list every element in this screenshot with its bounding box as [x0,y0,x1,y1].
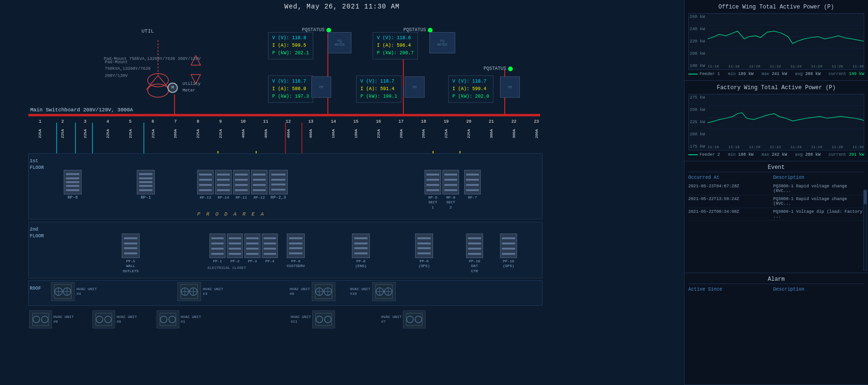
factory-chart-svg [708,94,864,140]
panel-pp1[interactable]: PP-1 [209,234,225,263]
breaker-1: 1 225A [29,119,51,138]
factory-y-labels: 275 kW 250 kW 225 kW 200 kW 175 kW [690,94,705,150]
pq-device-5: DM [500,76,520,98]
feeder-1-label: Feeder 1 [700,72,720,76]
event-row-2[interactable]: 2021-05-22T13:58:24Z PQ3000-1 Rapid volt… [688,195,864,208]
panel-pp3[interactable]: PP-3 [244,234,260,263]
panel-pp4-label: PP-4 [265,259,274,263]
prod-area-label: P R O D A R E A [197,211,265,217]
hvac-unit-3: HVAC UNIT#3 [177,282,223,301]
hvac-unit-6: HVAC UNIT#6 [290,282,335,301]
office-stat-avg: avg 208 kW [795,72,820,76]
page-title: Wed, May 26, 2021 11:30 AM [0,0,684,13]
feeder-1-legend: Feeder 1 [688,72,720,76]
panel-pp6c[interactable]: PP-6CUSTSERV [287,234,305,269]
panel-pp4[interactable]: PP-4 [262,234,278,263]
breaker-5: 5 225A [119,119,141,138]
office-chart-container: 260 kW 240 kW 220 kW 200 kW 180 kW 11:16… [688,13,864,70]
hvac9-label: HVAC UNIT#9 [53,315,74,325]
hvac3-label: HVAC UNIT#3 [203,287,223,297]
panel-rp13[interactable]: RP-13 [197,170,214,200]
svg-rect-76 [316,313,332,326]
utility-meter-box: M UtilityMeter [167,81,200,94]
status-dot-1 [326,28,331,33]
panel-group-pp1234: PP-1 PP-2 PP-3 [209,234,278,263]
panel-rp14[interactable]: RP-14 [215,170,232,200]
panel-rp7[interactable]: RP-7 [464,170,481,210]
breaker-7: 7 200A [165,119,186,138]
event-scrollbar-thumb[interactable] [864,190,867,204]
feeder-2-legend: Feeder 2 [688,152,720,157]
factory-stat-min: min 188 kW [728,152,753,157]
panel-pp10d[interactable]: PP-10DATCTR [466,234,483,274]
panel-rp9s2[interactable]: RP-9SECT2 [442,170,459,210]
event-row-3-occurred: 2021-05-22T00:34:08Z [688,209,773,219]
floor-1-label: 1stFLOOR [30,158,44,171]
factory-x-labels: 11:1611:1811:2011:2211:2411:2611:2811:30 [708,145,864,149]
office-stat-min: min 189 kW [728,72,753,76]
panel-pp6g[interactable]: PP-6(GPS) [415,234,433,269]
alarm-table-section: Alarm Active Since Description [684,273,868,385]
factory-stat-max: max 242 kW [761,152,787,157]
office-chart-svg [708,14,864,59]
event-scrollbar-track[interactable] [863,190,867,271]
breaker-22: 22 300A [503,119,525,138]
office-x-labels: 11:1611:1811:2011:2211:2411:2611:2811:30 [708,64,864,68]
panel-rp23[interactable]: RP-2,3 [269,170,288,200]
office-y-240: 240 kW [690,27,705,32]
util-label: UTIL [142,28,154,34]
breaker-4: 4 225A [97,119,118,138]
pq-device-2: PQMETER [429,32,455,53]
event-row-3-desc: PQ3000-1 Voltage dip (load: Factory ... [773,209,864,219]
pqstatus-3: PQSTATUS [484,66,513,71]
alarm-col-description: Description [773,287,864,292]
alarm-col-active-since: Active Since [688,287,773,292]
breaker-11: 11 400A [255,119,276,138]
event-row-1-desc: PQ3000-1 Rapid voltage change (RVC... [773,184,864,193]
hvac4-label: HVAC UNIT#4 [76,287,97,297]
breaker-12: 12 400A [277,119,299,138]
event-col-occurred: Occurred At [688,175,773,180]
breaker-10: 10 400A [232,119,254,138]
panel-rp11-label: RP-11 [235,195,247,200]
pqstatus-label-3: PQSTATUS [484,66,506,71]
event-row-1[interactable]: 2021-05-23T04:07:28Z PQ3000-1 Rapid volt… [688,183,864,195]
event-row-3[interactable]: 2021-05-22T00:34:08Z PQ3000-1 Voltage di… [688,208,864,221]
office-y-260: 260 kW [690,15,705,19]
breaker-13: 13 400A [300,119,322,138]
panel-pp1-label: PP-1 [213,259,222,263]
office-y-220: 220 kW [690,39,705,44]
office-stat-max: max 241 kW [761,72,787,76]
factory-y-225: 225 kW [690,120,705,125]
panel-rp8[interactable]: RP-8 [64,170,82,200]
panel-rp23-label: RP-2,3 [271,195,286,200]
svg-point-5 [148,84,168,97]
m1-i: 599.5 [292,43,306,48]
panel-rp1[interactable]: RP-1 [137,170,155,200]
meter-panel-5: V (V): 118.7 I (A): 599.4 P (kW): 202.0 [448,75,493,103]
panel-pp8[interactable]: PP-8(ENG) [352,234,370,269]
feeder-2-line-icon [688,154,698,155]
panel-pp2-label: PP-2 [230,259,239,263]
breaker-19: 19 225A [435,119,457,138]
panel-pp5[interactable]: PP-5WALLOUTLETS [122,234,140,274]
panel-pp10g[interactable]: PP-10(GPS) [500,234,517,269]
office-y-180: 180 kW [690,64,705,68]
breaker-18: 18 200A [413,119,434,138]
factory-chart-container: 275 kW 250 kW 225 kW 200 kW 175 kW 11:16… [688,94,864,151]
panel-pp10g-label: PP-10(GPS) [503,259,514,269]
event-table-header: Occurred At Description [688,174,864,181]
meter-circle: M [167,83,178,93]
panel-pp2[interactable]: PP-2 [227,234,243,263]
panel-rp12[interactable]: RP-12 [251,170,267,200]
hvac-unit-9: HVAC UNIT#9 [29,310,74,328]
transformer-detail: Pad-Mount 750kVA,13200Y/7620 208Y/120V [105,59,150,79]
roof-section [28,280,542,306]
panel-rp11[interactable]: RP-11 [233,170,250,200]
factory-wing-chart-section: Factory Wing Total Active Power (P) 275 … [684,81,868,161]
panel-pp8-label: PP-8(ENG) [355,259,367,269]
status-dot-3 [508,67,513,71]
breaker-15: 15 100A [345,119,367,138]
breaker-3: 3 225A [75,119,96,138]
panel-rp9s1[interactable]: RP-9SECT1 [425,170,441,210]
